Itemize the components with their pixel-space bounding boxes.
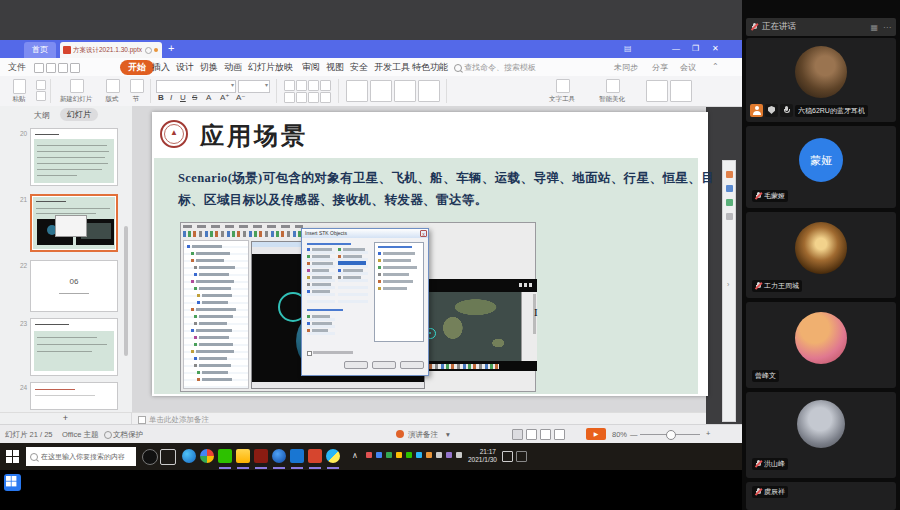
action-center-icon[interactable] bbox=[502, 451, 513, 462]
text-direction-icon[interactable] bbox=[320, 92, 331, 103]
stk-insert-objects-dialog[interactable]: Insert STK Objects x bbox=[301, 228, 429, 376]
textbox-icon[interactable] bbox=[370, 80, 392, 102]
collapse-sidebar-icon[interactable]: › bbox=[727, 281, 729, 288]
text-tool-button[interactable]: 文字工具 bbox=[540, 79, 584, 103]
font-size-select[interactable] bbox=[238, 80, 270, 93]
tab-security[interactable]: 安全 bbox=[350, 61, 368, 74]
new-tab-button[interactable]: + bbox=[168, 42, 174, 54]
participant-tile-3[interactable]: 工力王周城 bbox=[746, 212, 896, 298]
italic-button[interactable]: I bbox=[170, 93, 172, 102]
participant-tile-5[interactable]: 洪山峰 bbox=[746, 392, 896, 478]
tray-icon-5[interactable] bbox=[406, 452, 412, 458]
notes-page-icon[interactable] bbox=[554, 429, 565, 440]
align-center-icon[interactable] bbox=[296, 80, 307, 91]
new-slide-button[interactable]: 新建幻灯片 bbox=[56, 79, 96, 103]
tab-slideshow[interactable]: 幻灯片放映 bbox=[248, 61, 293, 74]
tab-home[interactable]: 开始 bbox=[120, 60, 154, 75]
tab-review[interactable]: 审阅 bbox=[302, 61, 320, 74]
align-right-icon[interactable] bbox=[308, 80, 319, 91]
chrome-icon[interactable] bbox=[200, 449, 214, 463]
tab-animation[interactable]: 动画 bbox=[224, 61, 242, 74]
edge-icon[interactable] bbox=[182, 449, 196, 463]
participant-tile-2[interactable]: 蒙娅 毛蒙娅 bbox=[746, 126, 896, 208]
wps-document-tab[interactable]: 方案设计2021.1.30.pptx bbox=[60, 42, 162, 58]
photos-icon[interactable] bbox=[290, 449, 304, 463]
restore-button[interactable]: ❐ bbox=[692, 44, 699, 53]
print-icon[interactable] bbox=[46, 63, 56, 73]
reading-view-icon[interactable] bbox=[540, 429, 551, 440]
tray-icon-4[interactable] bbox=[396, 452, 402, 458]
tray-icon-9[interactable] bbox=[446, 452, 452, 458]
show-desktop-button[interactable] bbox=[516, 451, 527, 462]
tray-icon-2[interactable] bbox=[376, 452, 382, 458]
participant-tile-6[interactable]: 虞辰祥 bbox=[746, 482, 896, 510]
close-button[interactable]: ✕ bbox=[712, 44, 719, 53]
font-family-select[interactable] bbox=[156, 80, 236, 93]
tray-icon-6[interactable] bbox=[416, 452, 422, 458]
grow-font-button[interactable]: A⁺ bbox=[220, 93, 230, 102]
zoom-percent[interactable]: 80% bbox=[612, 430, 627, 439]
layout-switch-icon[interactable]: ▤ bbox=[624, 44, 632, 53]
numbering-icon[interactable] bbox=[296, 92, 307, 103]
tray-icon-1[interactable] bbox=[366, 452, 372, 458]
share-button[interactable]: 分享 bbox=[652, 62, 668, 73]
tray-icon-3[interactable] bbox=[386, 452, 392, 458]
tab-transition[interactable]: 切换 bbox=[200, 61, 218, 74]
slides-tab[interactable]: 幻灯片 bbox=[60, 108, 98, 121]
resource-pane-icon[interactable] bbox=[726, 213, 733, 220]
participant-tile-1[interactable]: 六稳62RU的蓝牙耳机 bbox=[746, 38, 896, 122]
bold-button[interactable]: B bbox=[158, 93, 164, 102]
layout-button[interactable]: 版式 bbox=[100, 79, 124, 103]
format-painter-icon[interactable] bbox=[36, 91, 46, 101]
save-icon[interactable] bbox=[34, 63, 44, 73]
tray-icon-8[interactable] bbox=[436, 452, 442, 458]
sync-status[interactable]: 未同步 bbox=[614, 62, 638, 73]
slide-sorter-icon[interactable] bbox=[526, 429, 537, 440]
redo-icon[interactable] bbox=[70, 63, 80, 73]
more-options-icon[interactable]: ⋯ bbox=[883, 23, 891, 32]
slide-thumbnail-23[interactable] bbox=[30, 318, 118, 376]
cortana-icon[interactable] bbox=[142, 449, 158, 465]
tray-icon-10[interactable] bbox=[456, 452, 462, 458]
file-explorer-icon[interactable] bbox=[236, 449, 250, 463]
notes-bar[interactable]: 单击此处添加备注 bbox=[132, 412, 706, 424]
zoom-out-button[interactable]: — bbox=[630, 430, 638, 439]
tray-expand-icon[interactable]: ∧ bbox=[352, 451, 358, 460]
wps-home-tab[interactable]: 首页 bbox=[24, 42, 56, 58]
slide-thumbnail-24[interactable] bbox=[30, 382, 118, 410]
dialog-insert-button[interactable] bbox=[344, 361, 368, 369]
tab-view[interactable]: 视图 bbox=[326, 61, 344, 74]
start-button[interactable] bbox=[6, 450, 19, 463]
bullets-icon[interactable] bbox=[284, 92, 295, 103]
wechat-icon[interactable] bbox=[218, 449, 232, 463]
thumbnail-scrollbar[interactable] bbox=[124, 226, 128, 356]
current-slide[interactable]: 应用场景 Scenario(场景)可包含的对象有卫星、飞机、船、车辆、运载、导弹… bbox=[152, 112, 708, 396]
tab-insert[interactable]: 插入 bbox=[152, 61, 170, 74]
find-replace-icon[interactable] bbox=[646, 80, 668, 102]
command-search[interactable]: 查找命令、搜索模板 bbox=[464, 62, 536, 73]
tab-devtools[interactable]: 开发工具 bbox=[374, 61, 410, 74]
selection-pane-icon[interactable] bbox=[726, 199, 733, 206]
properties-icon[interactable] bbox=[726, 171, 733, 178]
font-color-button[interactable]: A bbox=[206, 93, 211, 102]
zoom-in-button[interactable]: + bbox=[706, 429, 710, 438]
strikethrough-button[interactable]: S bbox=[192, 93, 197, 102]
underline-button[interactable]: U bbox=[180, 93, 186, 102]
beautify-button[interactable]: 智能美化 bbox=[590, 79, 634, 103]
section-button[interactable]: 节 bbox=[128, 79, 144, 103]
layout-grid-icon[interactable]: ▦ bbox=[870, 23, 878, 32]
participant-tile-4[interactable]: 曾峰文 bbox=[746, 302, 896, 388]
animation-pane-icon[interactable] bbox=[726, 185, 733, 192]
cut-icon[interactable] bbox=[36, 80, 46, 90]
media-player-icon[interactable] bbox=[326, 449, 340, 463]
document-protect[interactable]: 文档保护 bbox=[113, 430, 143, 440]
outline-color-icon[interactable] bbox=[418, 80, 440, 102]
collapse-ribbon-icon[interactable]: ⌃ bbox=[712, 62, 719, 71]
slide-thumbnail-20[interactable] bbox=[30, 128, 118, 186]
wps-taskbar-icon[interactable] bbox=[308, 449, 322, 463]
select-pane-icon[interactable] bbox=[670, 80, 692, 102]
dialog-close-icon[interactable]: x bbox=[420, 230, 427, 237]
minimize-button[interactable]: — bbox=[672, 44, 680, 53]
dialog-help-button[interactable] bbox=[400, 361, 424, 369]
task-view-icon[interactable] bbox=[160, 449, 176, 465]
